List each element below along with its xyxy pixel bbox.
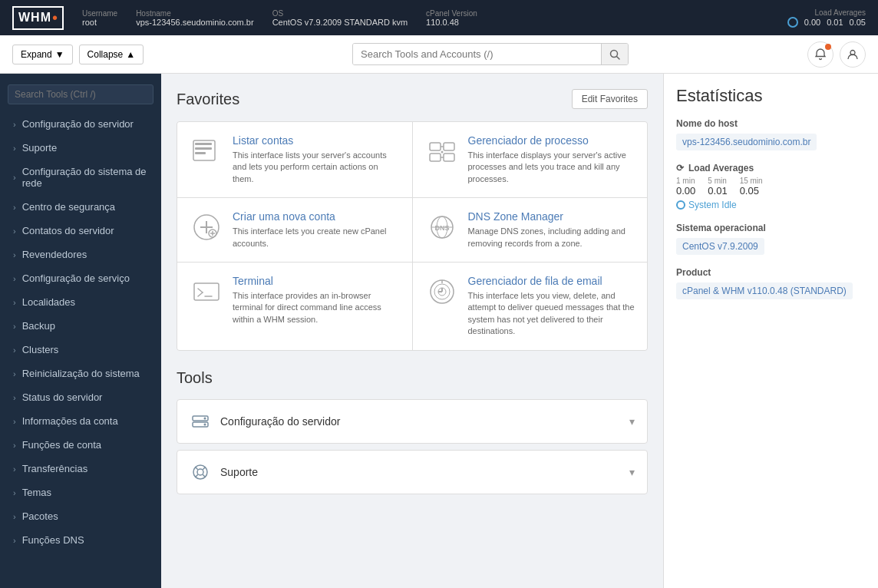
load-avg-values: 0.00 0.01 0.05 bbox=[787, 17, 866, 28]
fav-card-desc: This interface displays your server's ac… bbox=[468, 150, 635, 185]
hostname-section: Nome do host vps-123456.seudominio.com.b… bbox=[676, 118, 866, 150]
fav-card-terminal[interactable]: Terminal This interface provides an in-b… bbox=[177, 263, 412, 350]
sidebar-item-revendedores[interactable]: › Revendedores bbox=[0, 243, 161, 266]
sidebar-item-label: Temas bbox=[22, 487, 51, 498]
sidebar-item-label: Backup bbox=[22, 320, 55, 332]
search-input[interactable] bbox=[353, 44, 601, 64]
svg-point-36 bbox=[204, 417, 206, 419]
product-stats-label: Product bbox=[676, 267, 866, 278]
fav-icon-criar-conta bbox=[190, 210, 223, 244]
os-stats-label: Sistema operacional bbox=[676, 223, 866, 233]
sidebar-search-input[interactable] bbox=[8, 84, 153, 104]
sidebar-item-reinicializacao[interactable]: › Reinicialização do sistema bbox=[0, 362, 161, 385]
tool-row-configuracao-servidor[interactable]: Configuração do servidor ▾ bbox=[177, 399, 648, 444]
cpanel-label: cPanel Version bbox=[426, 9, 477, 18]
svg-rect-4 bbox=[195, 147, 212, 150]
fav-card-dns-zone[interactable]: DNS DNS Zone Manager Manage DNS zones, i… bbox=[413, 198, 648, 262]
sidebar-item-localidades[interactable]: › Localidades bbox=[0, 290, 161, 314]
fav-card-desc: This interface lets you view, delete, an… bbox=[468, 290, 635, 338]
sidebar-item-label: Funções de conta bbox=[22, 439, 101, 451]
fav-card-listar-contas[interactable]: Listar contas This interface lists your … bbox=[177, 122, 412, 197]
load-15min-val: 0.05 bbox=[740, 185, 759, 197]
fav-icon-terminal bbox=[190, 275, 223, 309]
fav-card-content: Gerenciador de fila de email This interf… bbox=[468, 275, 635, 338]
expand-icon: ▼ bbox=[55, 49, 64, 60]
sidebar-item-transferencias[interactable]: › Transferências bbox=[0, 457, 161, 481]
load-averages-box: Load Averages 0.00 0.01 0.05 bbox=[787, 8, 866, 28]
load-avg-header-icon: ⟳ bbox=[676, 163, 684, 173]
os-label: OS bbox=[272, 9, 408, 18]
cpanel-value: 110.0.48 bbox=[426, 18, 459, 27]
collapse-label: Collapse bbox=[87, 49, 124, 60]
sidebar-item-configuracao-servidor[interactable]: › Configuração do servidor bbox=[0, 112, 161, 136]
load-15min-col: 15 min 0.05 bbox=[740, 177, 763, 197]
favorites-header: Favorites Edit Favorites bbox=[177, 89, 648, 109]
chevron-right-icon: › bbox=[13, 369, 16, 378]
collapse-button[interactable]: Collapse ▲ bbox=[79, 45, 144, 64]
load-5min: 0.01 bbox=[827, 18, 843, 27]
load-1min-label: 1 min bbox=[676, 177, 695, 185]
fav-icon-listar-contas bbox=[190, 134, 223, 168]
sidebar-item-label: Funções DNS bbox=[22, 534, 84, 546]
sidebar-item-temas[interactable]: › Temas bbox=[0, 481, 161, 504]
search-button[interactable] bbox=[601, 44, 628, 64]
topbar-right: Load Averages 0.00 0.01 0.05 bbox=[787, 8, 866, 28]
chevron-right-icon: › bbox=[13, 393, 16, 402]
sidebar-item-funcoes-dns[interactable]: › Funções DNS bbox=[0, 528, 161, 552]
fav-card-desc: This interface lists your server's accou… bbox=[233, 150, 400, 185]
expand-button[interactable]: Expand ▼ bbox=[12, 45, 73, 64]
sidebar-item-backup[interactable]: › Backup bbox=[0, 314, 161, 338]
list-icon bbox=[192, 137, 221, 166]
svg-line-42 bbox=[196, 474, 198, 477]
sidebar-item-sistema-rede[interactable]: › Configuração do sistema de rede bbox=[0, 160, 161, 195]
load-avg-cols: 1 min 0.00 5 min 0.01 15 min 0.05 bbox=[676, 177, 866, 197]
fav-card-content: Criar uma nova conta This interface lets… bbox=[233, 210, 400, 249]
secondbar: Expand ▼ Collapse ▲ bbox=[0, 35, 878, 74]
tool-row-suporte[interactable]: Suporte ▾ bbox=[177, 450, 648, 494]
sidebar-item-label: Clusters bbox=[22, 344, 59, 355]
sidebar-item-informacoes-conta[interactable]: › Informações da conta bbox=[0, 409, 161, 433]
fav-card-desc: This interface lets you create new cPane… bbox=[233, 226, 400, 249]
notification-dot bbox=[825, 44, 831, 50]
sidebar-item-label: Transferências bbox=[22, 463, 88, 474]
sidebar-item-status-servidor[interactable]: › Status do servidor bbox=[0, 385, 161, 409]
sidebar-item-funcoes-conta[interactable]: › Funções de conta bbox=[0, 433, 161, 457]
terminal-icon bbox=[192, 277, 221, 306]
tool-row-label: Configuração do servidor bbox=[220, 415, 340, 428]
notifications-button[interactable] bbox=[807, 41, 833, 68]
fav-card-gerenciador-processo[interactable]: Gerenciador de processo This interface d… bbox=[413, 122, 648, 197]
fav-icon-dns: DNS bbox=[425, 210, 459, 244]
tool-row-left: Suporte bbox=[190, 461, 258, 483]
sidebar-item-label: Status do servidor bbox=[22, 391, 103, 403]
tool-row-left: Configuração do servidor bbox=[190, 411, 340, 432]
stats-title: Estatísticas bbox=[676, 86, 866, 106]
load-avg-icon bbox=[787, 17, 798, 28]
sidebar-item-clusters[interactable]: › Clusters bbox=[0, 338, 161, 362]
logo: WHM• bbox=[12, 6, 64, 30]
chevron-right-icon: › bbox=[13, 274, 16, 283]
sidebar-item-pacotes[interactable]: › Pacotes bbox=[0, 504, 161, 528]
expand-label: Expand bbox=[21, 49, 52, 60]
fav-card-desc: Manage DNS zones, including adding and r… bbox=[468, 226, 635, 249]
sidebar-item-contatos-servidor[interactable]: › Contatos do servidor bbox=[0, 219, 161, 243]
load-15min-label: 15 min bbox=[740, 177, 763, 185]
hostname-stats-value: vps-123456.seudominio.com.br bbox=[676, 134, 817, 150]
system-idle: System Idle bbox=[676, 200, 866, 210]
tools-title: Tools bbox=[177, 369, 648, 387]
fav-card-email-queue[interactable]: Gerenciador de fila de email This interf… bbox=[413, 263, 648, 350]
topbar-info: Username root Hostname vps-123456.seudom… bbox=[82, 9, 787, 27]
fav-card-criar-conta[interactable]: Criar uma nova conta This interface lets… bbox=[177, 198, 412, 262]
fav-card-title: Listar contas bbox=[233, 134, 400, 147]
sidebar-item-centro-seguranca[interactable]: › Centro de segurança bbox=[0, 195, 161, 219]
edit-favorites-button[interactable]: Edit Favorites bbox=[572, 89, 648, 109]
hostname-stats-label: Nome do host bbox=[676, 118, 866, 129]
sidebar-item-suporte[interactable]: › Suporte bbox=[0, 136, 161, 160]
chevron-down-icon: ▾ bbox=[629, 415, 635, 428]
load-5min-val: 0.01 bbox=[708, 185, 727, 197]
chevron-right-icon: › bbox=[13, 250, 16, 259]
chevron-right-icon: › bbox=[13, 441, 16, 450]
chevron-right-icon: › bbox=[13, 203, 16, 212]
sidebar-item-configuracao-servico[interactable]: › Configuração de serviço bbox=[0, 266, 161, 290]
user-menu-button[interactable] bbox=[840, 41, 866, 68]
svg-rect-9 bbox=[430, 154, 441, 161]
